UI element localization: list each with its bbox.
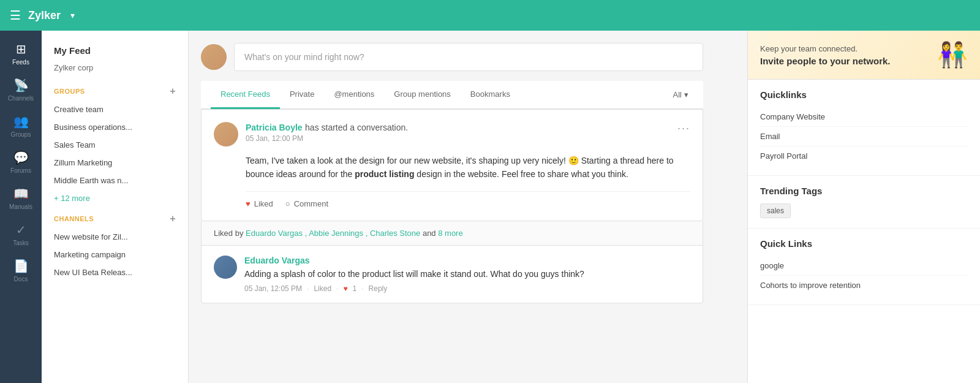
liked-by-bar: Liked by Eduardo Vargas , Abbie Jennings… <box>201 221 703 246</box>
quicklinks-title: Quicklinks <box>760 89 968 100</box>
quick-links-title: Quick Links <box>760 238 968 249</box>
quick-link-cohorts[interactable]: Cohorts to improve retention <box>760 276 968 295</box>
sidebar-item-middle-earth[interactable]: Middle Earth was n... <box>42 172 188 189</box>
dot-separator-2: · <box>336 284 338 293</box>
liked-by-user-1[interactable]: Eduardo Vargas , Abbie Jennings , Charle… <box>246 229 420 238</box>
post-timestamp: 05 Jan, 12:00 PM <box>246 134 408 143</box>
nav-item-feeds[interactable]: ⊞ Feeds <box>0 36 42 72</box>
comment-item: Eduardo Vargas Adding a splash of color … <box>214 256 690 293</box>
banner-text: Keep your team connected. <box>760 44 891 53</box>
quick-link-google[interactable]: google <box>760 256 968 276</box>
groups-more-link[interactable]: + 12 more <box>42 189 188 207</box>
right-sidebar: Keep your team connected. Invite people … <box>747 31 980 383</box>
invite-banner[interactable]: Keep your team connected. Invite people … <box>748 31 980 80</box>
nav-item-tasks[interactable]: ✓ Tasks <box>0 216 42 252</box>
post-body-text-2: design in the website. Feel free to shar… <box>414 169 628 179</box>
sidebar-my-feed[interactable]: My Feed <box>42 40 188 61</box>
trending-tags-title: Trending Tags <box>760 186 968 196</box>
sidebar-item-marketing-campaign[interactable]: Marketing campaign <box>42 246 188 264</box>
liked-by-more-link[interactable]: 8 more <box>438 229 462 238</box>
avatar-image <box>201 44 227 70</box>
groups-label: GROUPS <box>54 88 85 95</box>
comment-body: Eduardo Vargas Adding a splash of color … <box>244 256 690 293</box>
trending-tags-section: Trending Tags sales <box>748 176 980 229</box>
tab-mentions[interactable]: @mentions <box>324 81 384 109</box>
post-body-bold: product listing <box>355 169 414 179</box>
nav-item-manuals[interactable]: 📖 Manuals <box>0 180 42 216</box>
channels-section-header: CHANNELS + <box>42 207 188 228</box>
post-card: Patricia Boyle has started a conversatio… <box>201 109 703 221</box>
channels-icon: 📡 <box>13 78 29 93</box>
sidebar-item-sales-team[interactable]: Sales Team <box>42 136 188 154</box>
feeds-icon: ⊞ <box>16 42 26 56</box>
post-meta: Patricia Boyle has started a conversatio… <box>246 122 408 143</box>
groups-section-header: GROUPS + <box>42 80 188 100</box>
hamburger-icon[interactable]: ☰ <box>10 8 21 23</box>
feed-tabs: Recent Feeds Private @mentions Group men… <box>201 81 703 109</box>
groups-icon: 👥 <box>13 114 29 129</box>
manuals-icon: 📖 <box>13 186 29 201</box>
post-author-line: Patricia Boyle has started a conversatio… <box>246 122 408 133</box>
comment-reply-link[interactable]: Reply <box>369 284 388 293</box>
app-title: Zylker <box>28 9 61 22</box>
tab-group-mentions[interactable]: Group mentions <box>384 81 461 109</box>
post-input-area: What's on your mind right now? <box>201 43 703 71</box>
chevron-down-icon[interactable]: ▾ <box>70 10 75 20</box>
add-group-button[interactable]: + <box>170 86 176 97</box>
comment-author-avatar <box>214 256 237 279</box>
channels-label: CHANNELS <box>54 215 94 222</box>
nav-item-docs[interactable]: 📄 Docs <box>0 252 42 289</box>
comment-timestamp: 05 Jan, 12:05 PM <box>244 284 302 293</box>
post-body: Team, I've taken a look at the design fo… <box>246 154 690 181</box>
tab-bookmarks[interactable]: Bookmarks <box>461 81 520 109</box>
top-bar: ☰ Zylker ▾ <box>0 0 980 31</box>
tabs-all-dropdown[interactable]: All ▾ <box>668 82 693 108</box>
docs-icon: 📄 <box>13 259 29 273</box>
liked-by-suffix: and <box>423 229 438 238</box>
trending-tag-sales[interactable]: sales <box>760 203 791 218</box>
nav-item-forums[interactable]: 💬 Forums <box>0 144 42 180</box>
dot-separator-3: · <box>361 284 363 293</box>
post-actions: ♥ Liked ○ Comment <box>246 191 690 208</box>
quicklink-company-website[interactable]: Company Website <box>760 107 968 127</box>
sidebar-item-new-ui-beta[interactable]: New UI Beta Releas... <box>42 264 188 281</box>
sidebar-zylker-corp[interactable]: Zylker corp <box>42 61 188 80</box>
forums-icon: 💬 <box>13 150 29 165</box>
comment-like-count: 1 <box>353 284 357 293</box>
nav-item-groups[interactable]: 👥 Groups <box>0 108 42 144</box>
left-sidebar: My Feed Zylker corp GROUPS + Creative te… <box>42 31 189 383</box>
quick-links-section: Quick Links google Cohorts to improve re… <box>748 229 980 305</box>
comment-text: Adding a splash of color to the product … <box>244 268 690 281</box>
quicklinks-section: Quicklinks Company Website Email Payroll… <box>748 80 980 176</box>
post-author-name[interactable]: Patricia Boyle <box>246 123 303 132</box>
heart-icon: ♥ <box>246 199 251 208</box>
sidebar-item-creative-team[interactable]: Creative team <box>42 100 188 118</box>
nav-item-channels[interactable]: 📡 Channels <box>0 72 42 108</box>
sidebar-item-zillum-marketing[interactable]: Zillum Marketing <box>42 154 188 172</box>
sidebar-item-new-website[interactable]: New website for Zil... <box>42 228 188 246</box>
comment-liked-label[interactable]: Liked <box>314 284 331 293</box>
comment-icon: ○ <box>285 199 290 208</box>
post-input[interactable]: What's on your mind right now? <box>234 43 703 71</box>
banner-title: Invite people to your network. <box>760 56 891 66</box>
comment-heart-icon: ♥ <box>343 284 347 293</box>
post-author-info: Patricia Boyle has started a conversatio… <box>214 122 408 146</box>
comment-button[interactable]: ○ Comment <box>285 199 328 208</box>
comment-author-name[interactable]: Eduardo Vargas <box>244 256 690 265</box>
user-avatar <box>201 44 227 70</box>
tab-private[interactable]: Private <box>280 81 324 109</box>
quicklink-payroll-portal[interactable]: Payroll Portal <box>760 146 968 165</box>
tab-recent-feeds[interactable]: Recent Feeds <box>211 81 280 109</box>
sidebar-item-business-ops[interactable]: Business operations... <box>42 118 188 136</box>
icon-nav: ⊞ Feeds 📡 Channels 👥 Groups 💬 Forums 📖 M… <box>0 31 42 383</box>
post-header: Patricia Boyle has started a conversatio… <box>214 122 690 146</box>
post-more-options[interactable]: ··· <box>677 122 690 135</box>
comment-meta: 05 Jan, 12:05 PM · Liked · ♥ 1 · Reply <box>244 284 690 293</box>
quicklink-email[interactable]: Email <box>760 127 968 146</box>
post-action-text: has started a conversation. <box>305 123 408 132</box>
add-channel-button[interactable]: + <box>170 213 176 224</box>
banner-illustration: 👫 <box>937 40 968 69</box>
chevron-down-icon: ▾ <box>684 90 688 99</box>
like-button[interactable]: ♥ Liked <box>246 199 273 208</box>
post-author-avatar <box>214 122 238 146</box>
